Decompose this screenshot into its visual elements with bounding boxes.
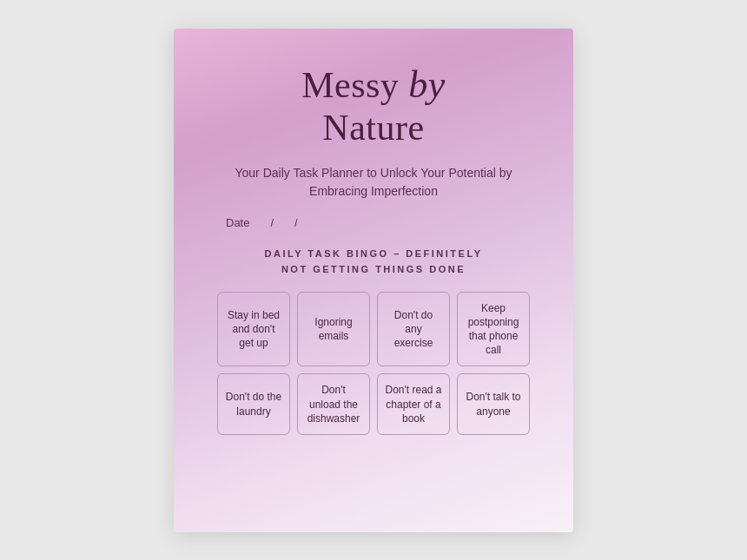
title-messy: Messy [301,65,399,105]
bingo-cell[interactable]: Don't unload the dishwasher [297,373,370,435]
date-row: Date / / [217,216,530,229]
bingo-cell[interactable]: Don't do any exercise [377,292,450,367]
bingo-cell[interactable]: Stay in bed and don't get up [217,292,290,367]
bingo-cell[interactable]: Don't do the laundry [217,373,290,435]
title-by: by [408,63,446,106]
bingo-grid: Stay in bed and don't get upIgnoring ema… [217,292,530,435]
bingo-title-line1: DAILY TASK BINGO – DEFINITELY [265,248,483,259]
planner-page: Messy by Nature Your Daily Task Planner … [174,29,573,532]
main-title: Messy by Nature [301,63,446,149]
date-sep2: / [294,216,298,229]
bingo-cell[interactable]: Don't talk to anyone [457,373,530,435]
title-nature: Nature [322,108,424,148]
subtitle-text: Your Daily Task Planner to Unlock Your P… [226,164,521,201]
date-sep1: / [270,216,274,229]
bingo-title-line2: NOT GETTING THINGS DONE [281,264,466,274]
title-block: Messy by Nature [301,63,446,149]
date-label: Date [226,216,249,229]
bingo-heading: DAILY TASK BINGO – DEFINITELY NOT GETTIN… [265,247,483,277]
bingo-cell[interactable]: Ignoring emails [297,292,370,367]
bingo-cell[interactable]: Don't read a chapter of a book [377,373,450,435]
bingo-cell[interactable]: Keep postponing that phone call [457,292,530,367]
